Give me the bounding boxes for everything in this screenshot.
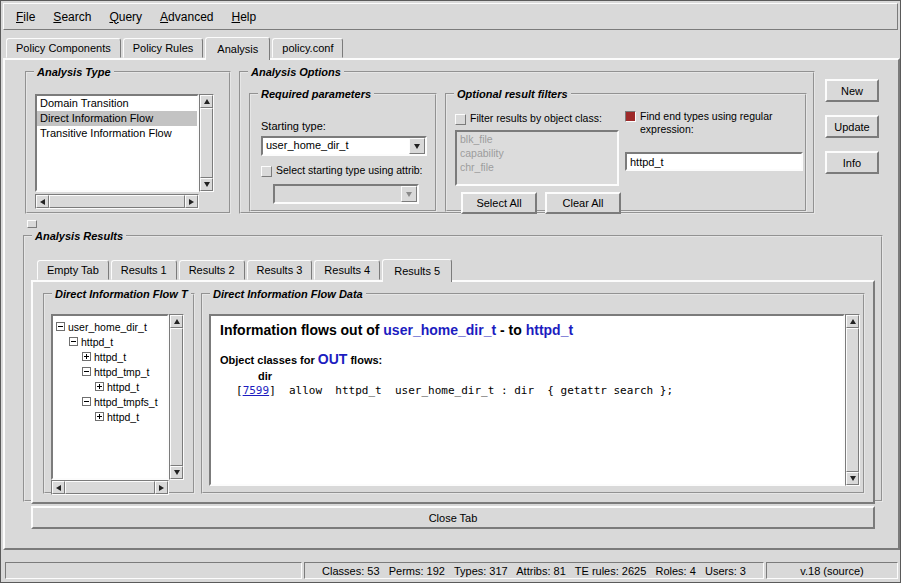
tree-row: httpd_t	[53, 334, 167, 349]
object-class-item[interactable]: blk_file	[457, 132, 617, 146]
attrib-dropdown-button[interactable]	[401, 186, 417, 202]
tree-vscrollbar[interactable]	[169, 314, 184, 480]
tree-node-label[interactable]: httpd_tmpfs_t	[94, 396, 158, 408]
object-classes-suffix: flows:	[347, 354, 382, 366]
analysis-type-item[interactable]: Transitive Information Flow	[37, 126, 197, 141]
new-button[interactable]: New	[825, 79, 879, 102]
tree-collapse-icon[interactable]	[56, 322, 65, 331]
tree-node-label[interactable]: user_home_dir_t	[68, 321, 147, 333]
results-tab-panel: Direct Information Flow T user_home_dir_…	[31, 280, 875, 504]
menu-file[interactable]: File	[7, 6, 44, 28]
arrow-up-icon	[850, 319, 856, 324]
scroll-down-button[interactable]	[200, 178, 213, 191]
tab-results-1[interactable]: Results 1	[111, 260, 177, 280]
tree-collapse-icon[interactable]	[82, 397, 91, 406]
scroll-up-button[interactable]	[200, 95, 213, 108]
regex-checkbox[interactable]	[625, 111, 636, 122]
menu-help[interactable]: Help	[222, 6, 265, 28]
analysis-type-item[interactable]: Domain Transition	[37, 96, 197, 111]
tab-policy-conf[interactable]: policy.conf	[272, 38, 343, 58]
textarea-vscrollbar[interactable]	[845, 314, 860, 486]
starting-type-dropdown-button[interactable]	[409, 138, 425, 154]
rule-bracket-close: ]	[269, 384, 276, 397]
tree-node-label[interactable]: httpd_tmp_t	[94, 366, 149, 378]
flow-direction-label: OUT	[318, 351, 348, 367]
tab-policy-rules[interactable]: Policy Rules	[123, 38, 204, 58]
object-classes-line: Object classes for OUT flows:	[220, 351, 834, 367]
flow-heading-prefix: Information flows out of	[220, 322, 383, 338]
object-class-item[interactable]: capability	[457, 146, 617, 160]
attrib-checkbox[interactable]	[261, 166, 272, 177]
required-parameters-frame: Required parameters Starting type: user_…	[249, 88, 437, 212]
object-class-listbox[interactable]: blk_file capability chr_file	[455, 130, 619, 186]
analysis-type-item-selected[interactable]: Direct Information Flow	[37, 111, 197, 126]
scroll-right-button[interactable]	[155, 481, 168, 494]
object-class-item[interactable]: chr_file	[457, 160, 617, 174]
attrib-checkbox-label: Select starting type using attrib:	[276, 164, 423, 177]
scroll-thumb[interactable]	[65, 481, 155, 494]
tree-row: httpd_tmp_t	[53, 364, 167, 379]
analysis-type-vscrollbar[interactable]	[199, 94, 214, 192]
analysis-type-listbox[interactable]: Domain Transition Direct Information Flo…	[35, 94, 199, 192]
arrow-right-icon	[189, 199, 194, 205]
analysis-type-hscrollbar[interactable]	[35, 194, 199, 209]
main-tabbar: Policy Components Policy Rules Analysis …	[6, 35, 345, 58]
tab-empty-tab[interactable]: Empty Tab	[37, 260, 109, 280]
scroll-right-button[interactable]	[185, 195, 198, 208]
analysis-type-frame: Analysis Type Domain Transition Direct I…	[25, 66, 231, 214]
scroll-thumb[interactable]	[200, 108, 213, 178]
menu-advanced[interactable]: Advanced	[151, 6, 222, 28]
tab-policy-components[interactable]: Policy Components	[6, 38, 121, 58]
pane-sash-handle[interactable]	[27, 220, 37, 228]
select-all-button[interactable]: Select All	[461, 192, 537, 214]
tree-hscrollbar[interactable]	[51, 480, 169, 495]
analysis-options-frame: Analysis Options Required parameters Sta…	[239, 66, 815, 214]
attrib-checkbox-row: Select starting type using attrib:	[261, 164, 433, 177]
tree-expand-icon[interactable]	[82, 352, 91, 361]
tree-collapse-icon[interactable]	[69, 337, 78, 346]
tree-node-label[interactable]: httpd_t	[81, 336, 113, 348]
scroll-down-button[interactable]	[170, 466, 183, 479]
apol-window: File Search Query Advanced Help Policy C…	[0, 0, 901, 583]
tab-results-4[interactable]: Results 4	[314, 260, 380, 280]
tab-results-3[interactable]: Results 3	[247, 260, 313, 280]
attrib-combobox[interactable]	[273, 184, 419, 204]
scroll-thumb[interactable]	[170, 328, 183, 466]
tree-node-label[interactable]: httpd_t	[94, 351, 126, 363]
menu-search-label: Search	[53, 10, 91, 24]
tree-node-label[interactable]: httpd_t	[107, 381, 139, 393]
starting-type-combobox[interactable]: user_home_dir_t	[261, 136, 427, 156]
scroll-down-button[interactable]	[846, 472, 859, 485]
update-button[interactable]: Update	[825, 115, 879, 138]
tree-expand-icon[interactable]	[95, 382, 104, 391]
flow-heading: Information flows out of user_home_dir_t…	[220, 322, 834, 338]
scroll-left-button[interactable]	[36, 195, 49, 208]
optional-result-filters-frame: Optional result filters Filter results b…	[445, 88, 807, 212]
scroll-thumb[interactable]	[49, 195, 185, 208]
tab-results-5[interactable]: Results 5	[382, 259, 452, 282]
results-tabbar: Empty Tab Results 1 Results 2 Results 3 …	[37, 256, 454, 280]
regex-input[interactable]	[625, 152, 803, 171]
menu-search[interactable]: Search	[44, 6, 100, 28]
flow-data-textarea: Information flows out of user_home_dir_t…	[209, 314, 845, 486]
tree-collapse-icon[interactable]	[82, 367, 91, 376]
scroll-up-button[interactable]	[846, 315, 859, 328]
scroll-left-button[interactable]	[52, 481, 65, 494]
menubar: File Search Query Advanced Help	[3, 3, 898, 30]
filter-by-class-checkbox[interactable]	[455, 114, 466, 125]
arrow-down-icon	[204, 182, 210, 187]
scroll-thumb[interactable]	[846, 328, 859, 472]
flow-tree[interactable]: user_home_dir_t httpd_t httpd_t httpd_tm…	[51, 314, 169, 480]
close-tab-button[interactable]: Close Tab	[31, 506, 875, 529]
required-parameters-title: Required parameters	[258, 88, 374, 100]
scroll-up-button[interactable]	[170, 315, 183, 328]
clear-all-button[interactable]: Clear All	[545, 192, 621, 214]
tab-results-2[interactable]: Results 2	[179, 260, 245, 280]
menu-query[interactable]: Query	[100, 6, 151, 28]
tree-expand-icon[interactable]	[95, 412, 104, 421]
tree-node-label[interactable]: httpd_t	[107, 411, 139, 423]
rule-number-link[interactable]: 7599	[243, 384, 270, 397]
info-button[interactable]: Info	[825, 151, 879, 174]
menu-file-label: File	[16, 10, 35, 24]
tab-analysis[interactable]: Analysis	[205, 37, 270, 60]
